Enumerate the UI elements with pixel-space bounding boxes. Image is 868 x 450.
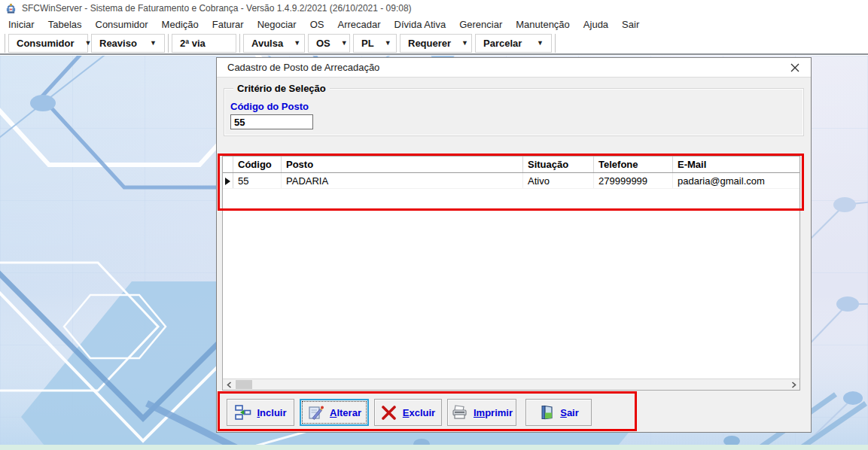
- red-x-icon: [381, 404, 397, 421]
- chevron-right-icon: [791, 382, 796, 388]
- cell-codigo: 55: [233, 173, 282, 188]
- excluir-button[interactable]: Excluir: [374, 399, 442, 426]
- horizontal-scrollbar[interactable]: [223, 379, 799, 390]
- button-label: lterar: [337, 407, 361, 418]
- criteria-groupbox: Critério de Seleção Código do Posto: [224, 88, 804, 136]
- dialog-titlebar: Cadastro de Posto de Arrecadação: [217, 58, 811, 78]
- printer-icon: [451, 404, 468, 421]
- window-title: SFCWinServer - Sistema de Faturamento e …: [22, 3, 412, 14]
- chevron-left-icon: [227, 382, 232, 388]
- button-label: air: [567, 407, 579, 418]
- toolbar-button-label: OS: [316, 38, 330, 49]
- window-titlebar: SFCWinServer - Sistema de Faturamento e …: [0, 0, 868, 17]
- toolbar-button-requerer[interactable]: Requerer ▼: [400, 34, 472, 53]
- toolbar-separator: [5, 34, 5, 53]
- menu-bar: Iniciar Tabelas Consumidor Medição Fatur…: [0, 17, 868, 32]
- chevron-down-icon: ▼: [341, 39, 348, 47]
- exit-door-icon: [538, 404, 555, 421]
- row-selector-cell: [223, 173, 233, 188]
- toolbar-button-2a-via[interactable]: 2ª via: [172, 34, 236, 53]
- menu-item-iniciar[interactable]: Iniciar: [2, 17, 41, 32]
- dialog-cadastro-posto: Cadastro de Posto de Arrecadação Critéri…: [216, 57, 812, 433]
- chevron-down-icon: ▼: [385, 39, 391, 47]
- grid-header-codigo[interactable]: Código: [233, 157, 282, 172]
- posto-grid[interactable]: Código Posto Situação Telefone E-Mail 55…: [222, 156, 800, 391]
- toolbar-button-consumidor[interactable]: Consumidor ▼: [8, 34, 88, 53]
- codigo-posto-label: Código do Posto: [230, 101, 309, 112]
- scrollbar-thumb[interactable]: [236, 380, 252, 389]
- menu-item-os[interactable]: OS: [303, 17, 331, 32]
- toolbar-button-os[interactable]: OS ▼: [308, 34, 350, 53]
- menu-item-divida-ativa[interactable]: Dívida Ativa: [388, 17, 453, 32]
- chevron-down-icon: ▼: [150, 39, 157, 47]
- grid-selector-column: [223, 157, 233, 172]
- cell-email: padaria@gmail.com: [673, 173, 799, 188]
- toolbar-separator: [555, 34, 556, 53]
- imprimir-button[interactable]: Imprimir: [447, 399, 516, 426]
- cell-posto: PADARIA: [282, 173, 523, 188]
- current-row-marker-icon: [225, 178, 230, 185]
- chevron-down-icon: ▼: [461, 39, 468, 47]
- button-label: primir: [485, 407, 513, 418]
- button-label: ncluir: [260, 407, 286, 418]
- toolbar-button-label: Requerer: [408, 38, 451, 49]
- menu-item-negociar[interactable]: Negociar: [251, 17, 303, 32]
- screen: SFCWinServer - Sistema de Faturamento e …: [0, 0, 868, 450]
- menu-item-ajuda[interactable]: Ajuda: [577, 17, 615, 32]
- menu-item-sair[interactable]: Sair: [615, 17, 646, 32]
- toolbar-button-label: Parcelar: [483, 38, 522, 49]
- grid-header-telefone[interactable]: Telefone: [594, 157, 673, 172]
- grid-header: Código Posto Situação Telefone E-Mail: [223, 157, 799, 173]
- criteria-group-title: Critério de Seleção: [233, 83, 330, 94]
- toolbar-button-label: PL: [361, 38, 374, 49]
- menu-item-faturar[interactable]: Faturar: [206, 17, 251, 32]
- close-button[interactable]: [787, 60, 803, 75]
- menu-item-gerenciar[interactable]: Gerenciar: [452, 17, 509, 32]
- toolbar-button-label: 2ª via: [180, 38, 206, 49]
- toolbar-separator: [168, 34, 169, 53]
- close-icon: [790, 63, 799, 72]
- edit-pencil-icon: [307, 404, 324, 421]
- scroll-right-button[interactable]: [787, 379, 799, 390]
- dialog-title: Cadastro de Posto de Arrecadação: [227, 62, 787, 73]
- menu-item-manutencao[interactable]: Manutenção: [509, 17, 577, 32]
- grid-header-email[interactable]: E-Mail: [673, 157, 799, 172]
- toolbar-button-avulsa[interactable]: Avulsa ▼: [243, 34, 305, 53]
- button-label: xcluir: [409, 407, 435, 418]
- button-hotkey: S: [560, 407, 567, 418]
- button-hotkey: Im: [474, 407, 485, 418]
- chevron-down-icon: ▼: [294, 39, 300, 47]
- toolbar-button-pl[interactable]: PL ▼: [353, 34, 397, 53]
- scroll-left-button[interactable]: [223, 379, 235, 390]
- cell-telefone: 279999999: [594, 173, 673, 188]
- toolbar: Consumidor ▼ Reaviso ▼ 2ª via Avulsa ▼ O…: [0, 32, 868, 55]
- codigo-posto-input[interactable]: [230, 114, 313, 129]
- menu-item-medicao[interactable]: Medição: [155, 17, 206, 32]
- toolbar-button-parcelar[interactable]: Parcelar ▼: [475, 34, 552, 53]
- insert-record-icon: [234, 404, 251, 421]
- grid-header-situacao[interactable]: Situação: [523, 157, 594, 172]
- grid-header-posto[interactable]: Posto: [282, 157, 523, 172]
- table-row[interactable]: 55 PADARIA Ativo 279999999 padaria@gmail…: [223, 173, 799, 189]
- toolbar-separator: [239, 34, 240, 53]
- toolbar-button-reaviso[interactable]: Reaviso ▼: [91, 34, 165, 53]
- toolbar-button-label: Consumidor: [17, 38, 75, 49]
- incluir-button[interactable]: Incluir: [227, 399, 294, 426]
- button-hotkey: A: [330, 407, 337, 418]
- chevron-down-icon: ▼: [537, 39, 544, 47]
- alterar-button[interactable]: Alterar: [300, 399, 369, 426]
- menu-item-consumidor[interactable]: Consumidor: [89, 17, 155, 32]
- toolbar-button-label: Avulsa: [251, 38, 283, 49]
- sair-button[interactable]: Sair: [525, 399, 592, 426]
- cell-situacao: Ativo: [523, 173, 594, 188]
- faucet-icon: [5, 3, 17, 14]
- menu-item-arrecadar[interactable]: Arrecadar: [330, 17, 387, 32]
- menu-item-tabelas[interactable]: Tabelas: [41, 17, 89, 32]
- toolbar-button-label: Reaviso: [99, 38, 137, 49]
